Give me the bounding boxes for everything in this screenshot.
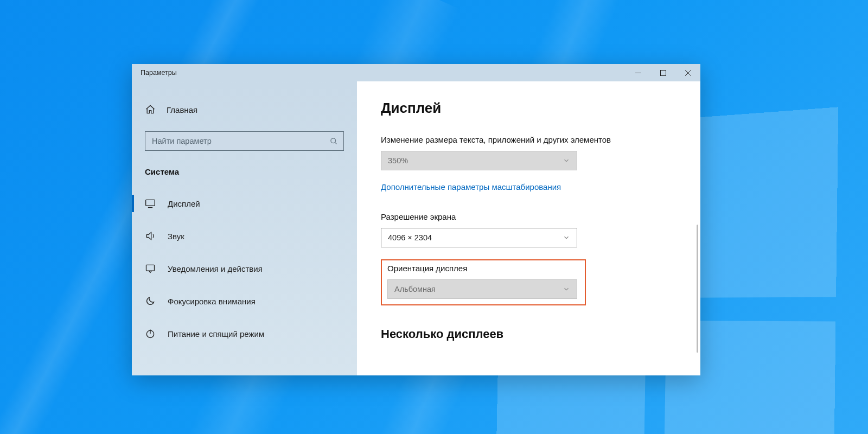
resolution-value: 4096 × 2304 <box>388 233 432 242</box>
sidebar-item-label: Дисплей <box>168 199 200 208</box>
advanced-scaling-link[interactable]: Дополнительные параметры масштабирования <box>381 182 676 192</box>
window-controls <box>626 64 700 81</box>
home-icon <box>145 104 156 115</box>
chevron-down-icon <box>563 285 570 293</box>
sidebar-item-label: Звук <box>168 232 184 241</box>
scrollbar[interactable] <box>697 225 698 353</box>
search-input[interactable] <box>145 131 344 151</box>
svg-point-4 <box>331 138 336 143</box>
sidebar-nav: Дисплей Звук Уведомления и действия <box>132 187 357 350</box>
moon-icon <box>145 296 156 307</box>
orientation-highlight: Ориентация дисплея Альбомная <box>381 259 586 305</box>
close-button[interactable] <box>675 64 700 81</box>
window-title: Параметры <box>132 69 177 76</box>
maximize-button[interactable] <box>650 64 675 81</box>
orientation-label: Ориентация дисплея <box>387 264 579 273</box>
svg-rect-6 <box>146 200 155 206</box>
orientation-dropdown[interactable]: Альбомная <box>387 279 577 299</box>
sound-icon <box>145 231 156 241</box>
power-icon <box>145 328 156 339</box>
page-title: Дисплей <box>381 100 676 117</box>
sidebar: Главная Система Дисплей <box>132 81 357 375</box>
chevron-down-icon <box>563 234 570 241</box>
sidebar-item-notifications[interactable]: Уведомления и действия <box>132 252 357 285</box>
chevron-down-icon <box>563 157 570 164</box>
sidebar-item-power[interactable]: Питание и спящий режим <box>132 317 357 350</box>
settings-window: Параметры Главная <box>132 64 700 375</box>
resolution-dropdown[interactable]: 4096 × 2304 <box>381 228 577 247</box>
minimize-button[interactable] <box>626 64 650 81</box>
sidebar-category: Система <box>132 151 357 187</box>
multi-display-title: Несколько дисплеев <box>381 327 676 341</box>
scale-dropdown[interactable]: 350% <box>381 151 577 170</box>
orientation-value: Альбомная <box>394 285 436 293</box>
sidebar-item-display[interactable]: Дисплей <box>132 187 357 220</box>
svg-rect-8 <box>146 265 155 271</box>
scale-label: Изменение размера текста, приложений и д… <box>381 135 676 144</box>
svg-line-5 <box>335 142 336 144</box>
titlebar[interactable]: Параметры <box>132 64 700 81</box>
notification-icon <box>145 263 156 274</box>
home-label: Главная <box>167 105 197 114</box>
sidebar-item-label: Уведомления и действия <box>168 264 263 273</box>
sidebar-item-focus[interactable]: Фокусировка внимания <box>132 285 357 317</box>
monitor-icon <box>145 198 156 209</box>
sidebar-item-label: Фокусировка внимания <box>168 297 256 306</box>
svg-rect-1 <box>660 70 666 75</box>
sidebar-item-label: Питание и спящий режим <box>168 329 264 339</box>
sidebar-item-sound[interactable]: Звук <box>132 220 357 252</box>
scale-value: 350% <box>388 156 408 165</box>
resolution-label: Разрешение экрана <box>381 212 676 221</box>
content-area: Дисплей Изменение размера текста, прилож… <box>357 81 700 375</box>
search-field[interactable] <box>152 137 330 145</box>
home-link[interactable]: Главная <box>132 99 357 120</box>
search-icon <box>330 137 338 145</box>
